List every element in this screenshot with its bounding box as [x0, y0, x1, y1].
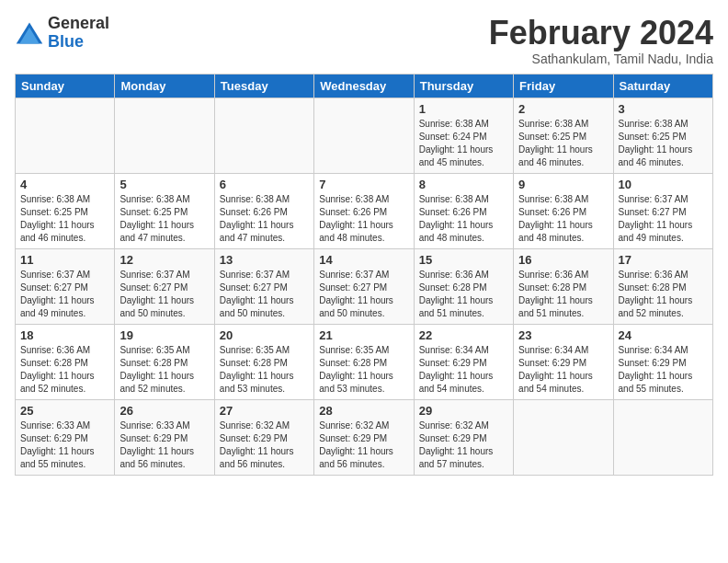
- day-number: 3: [619, 102, 708, 116]
- calendar-week-3: 11Sunrise: 6:37 AM Sunset: 6:27 PM Dayli…: [16, 248, 713, 324]
- day-number: 1: [419, 102, 508, 116]
- day-details: Sunrise: 6:38 AM Sunset: 6:26 PM Dayligh…: [419, 193, 508, 245]
- logo: General Blue: [15, 15, 109, 52]
- day-details: Sunrise: 6:38 AM Sunset: 6:26 PM Dayligh…: [518, 193, 608, 245]
- day-number: 11: [20, 253, 109, 267]
- day-number: 2: [518, 102, 608, 116]
- calendar-cell: [314, 98, 414, 173]
- calendar-cell: 28Sunrise: 6:32 AM Sunset: 6:29 PM Dayli…: [314, 399, 414, 475]
- day-details: Sunrise: 6:33 AM Sunset: 6:29 PM Dayligh…: [119, 419, 209, 471]
- day-number: 12: [119, 253, 209, 267]
- calendar-cell: 10Sunrise: 6:37 AM Sunset: 6:27 PM Dayli…: [613, 173, 712, 248]
- calendar-cell: 5Sunrise: 6:38 AM Sunset: 6:25 PM Daylig…: [115, 173, 214, 248]
- logo-general: General: [48, 15, 109, 33]
- day-details: Sunrise: 6:35 AM Sunset: 6:28 PM Dayligh…: [220, 344, 309, 396]
- logo-icon: [15, 20, 44, 46]
- day-details: Sunrise: 6:36 AM Sunset: 6:28 PM Dayligh…: [619, 269, 708, 320]
- logo-text: General Blue: [48, 15, 109, 52]
- day-details: Sunrise: 6:37 AM Sunset: 6:27 PM Dayligh…: [619, 193, 708, 245]
- calendar-cell: 13Sunrise: 6:37 AM Sunset: 6:27 PM Dayli…: [214, 248, 313, 324]
- calendar-cell: 2Sunrise: 6:38 AM Sunset: 6:25 PM Daylig…: [514, 98, 613, 173]
- day-number: 28: [319, 404, 408, 418]
- day-details: Sunrise: 6:34 AM Sunset: 6:29 PM Dayligh…: [619, 344, 708, 396]
- day-number: 15: [419, 253, 508, 267]
- calendar-cell: 3Sunrise: 6:38 AM Sunset: 6:25 PM Daylig…: [613, 98, 712, 173]
- day-details: Sunrise: 6:35 AM Sunset: 6:28 PM Dayligh…: [319, 344, 408, 396]
- day-number: 25: [20, 404, 109, 418]
- calendar-cell: 25Sunrise: 6:33 AM Sunset: 6:29 PM Dayli…: [16, 399, 115, 475]
- day-number: 9: [518, 178, 608, 191]
- calendar-week-2: 4Sunrise: 6:38 AM Sunset: 6:25 PM Daylig…: [16, 173, 713, 248]
- calendar-cell: 15Sunrise: 6:36 AM Sunset: 6:28 PM Dayli…: [414, 248, 513, 324]
- day-number: 13: [220, 253, 309, 267]
- day-number: 18: [20, 328, 109, 342]
- day-number: 26: [119, 404, 209, 418]
- calendar-cell: 7Sunrise: 6:38 AM Sunset: 6:26 PM Daylig…: [314, 173, 414, 248]
- calendar-cell: 14Sunrise: 6:37 AM Sunset: 6:27 PM Dayli…: [314, 248, 414, 324]
- calendar-cell: 23Sunrise: 6:34 AM Sunset: 6:29 PM Dayli…: [514, 324, 613, 399]
- calendar-cell: 18Sunrise: 6:36 AM Sunset: 6:28 PM Dayli…: [16, 324, 115, 399]
- day-details: Sunrise: 6:32 AM Sunset: 6:29 PM Dayligh…: [319, 419, 408, 471]
- day-number: 27: [220, 404, 309, 418]
- day-number: 5: [119, 178, 209, 191]
- day-details: Sunrise: 6:38 AM Sunset: 6:24 PM Dayligh…: [419, 118, 508, 169]
- month-title: February 2024: [489, 15, 713, 52]
- header-cell-tuesday: Tuesday: [214, 74, 313, 98]
- day-details: Sunrise: 6:37 AM Sunset: 6:27 PM Dayligh…: [119, 269, 209, 320]
- day-details: Sunrise: 6:34 AM Sunset: 6:29 PM Dayligh…: [518, 344, 608, 396]
- header-cell-sunday: Sunday: [16, 74, 115, 98]
- calendar-cell: 4Sunrise: 6:38 AM Sunset: 6:25 PM Daylig…: [16, 173, 115, 248]
- header-row: SundayMondayTuesdayWednesdayThursdayFrid…: [16, 74, 713, 98]
- calendar-week-1: 1Sunrise: 6:38 AM Sunset: 6:24 PM Daylig…: [16, 98, 713, 173]
- calendar-cell: [115, 98, 214, 173]
- calendar-cell: 22Sunrise: 6:34 AM Sunset: 6:29 PM Dayli…: [414, 324, 513, 399]
- calendar-week-4: 18Sunrise: 6:36 AM Sunset: 6:28 PM Dayli…: [16, 324, 713, 399]
- day-details: Sunrise: 6:36 AM Sunset: 6:28 PM Dayligh…: [20, 344, 109, 396]
- calendar-cell: 1Sunrise: 6:38 AM Sunset: 6:24 PM Daylig…: [414, 98, 513, 173]
- day-number: 10: [619, 178, 708, 191]
- day-details: Sunrise: 6:36 AM Sunset: 6:28 PM Dayligh…: [419, 269, 508, 320]
- day-details: Sunrise: 6:36 AM Sunset: 6:28 PM Dayligh…: [518, 269, 608, 320]
- day-details: Sunrise: 6:38 AM Sunset: 6:26 PM Dayligh…: [319, 193, 408, 245]
- calendar-cell: 16Sunrise: 6:36 AM Sunset: 6:28 PM Dayli…: [514, 248, 613, 324]
- day-number: 19: [119, 328, 209, 342]
- day-number: 20: [220, 328, 309, 342]
- day-number: 6: [220, 178, 309, 191]
- day-number: 4: [20, 178, 109, 191]
- day-number: 16: [518, 253, 608, 267]
- day-number: 7: [319, 178, 408, 191]
- calendar-cell: [16, 98, 115, 173]
- calendar-cell: [214, 98, 313, 173]
- calendar-table: SundayMondayTuesdayWednesdayThursdayFrid…: [15, 74, 713, 476]
- day-details: Sunrise: 6:37 AM Sunset: 6:27 PM Dayligh…: [20, 269, 109, 320]
- day-number: 21: [319, 328, 408, 342]
- day-details: Sunrise: 6:38 AM Sunset: 6:25 PM Dayligh…: [119, 193, 209, 245]
- logo-blue: Blue: [48, 33, 109, 52]
- day-details: Sunrise: 6:37 AM Sunset: 6:27 PM Dayligh…: [220, 269, 309, 320]
- page-header: General Blue February 2024 Sathankulam, …: [15, 15, 713, 66]
- calendar-cell: 21Sunrise: 6:35 AM Sunset: 6:28 PM Dayli…: [314, 324, 414, 399]
- day-number: 22: [419, 328, 508, 342]
- calendar-body: 1Sunrise: 6:38 AM Sunset: 6:24 PM Daylig…: [16, 98, 713, 475]
- day-details: Sunrise: 6:34 AM Sunset: 6:29 PM Dayligh…: [419, 344, 508, 396]
- day-number: 14: [319, 253, 408, 267]
- calendar-cell: 24Sunrise: 6:34 AM Sunset: 6:29 PM Dayli…: [613, 324, 712, 399]
- day-number: 8: [419, 178, 508, 191]
- calendar-cell: 11Sunrise: 6:37 AM Sunset: 6:27 PM Dayli…: [16, 248, 115, 324]
- calendar-week-5: 25Sunrise: 6:33 AM Sunset: 6:29 PM Dayli…: [16, 399, 713, 475]
- day-details: Sunrise: 6:35 AM Sunset: 6:28 PM Dayligh…: [119, 344, 209, 396]
- header-cell-thursday: Thursday: [414, 74, 513, 98]
- calendar-cell: 12Sunrise: 6:37 AM Sunset: 6:27 PM Dayli…: [115, 248, 214, 324]
- header-cell-wednesday: Wednesday: [314, 74, 414, 98]
- calendar-cell: [613, 399, 712, 475]
- calendar-cell: [514, 399, 613, 475]
- day-details: Sunrise: 6:38 AM Sunset: 6:25 PM Dayligh…: [20, 193, 109, 245]
- day-details: Sunrise: 6:33 AM Sunset: 6:29 PM Dayligh…: [20, 419, 109, 471]
- calendar-cell: 8Sunrise: 6:38 AM Sunset: 6:26 PM Daylig…: [414, 173, 513, 248]
- day-details: Sunrise: 6:38 AM Sunset: 6:25 PM Dayligh…: [518, 118, 608, 169]
- calendar-cell: 9Sunrise: 6:38 AM Sunset: 6:26 PM Daylig…: [514, 173, 613, 248]
- day-details: Sunrise: 6:37 AM Sunset: 6:27 PM Dayligh…: [319, 269, 408, 320]
- calendar-header: SundayMondayTuesdayWednesdayThursdayFrid…: [16, 74, 713, 98]
- header-cell-monday: Monday: [115, 74, 214, 98]
- calendar-cell: 29Sunrise: 6:32 AM Sunset: 6:29 PM Dayli…: [414, 399, 513, 475]
